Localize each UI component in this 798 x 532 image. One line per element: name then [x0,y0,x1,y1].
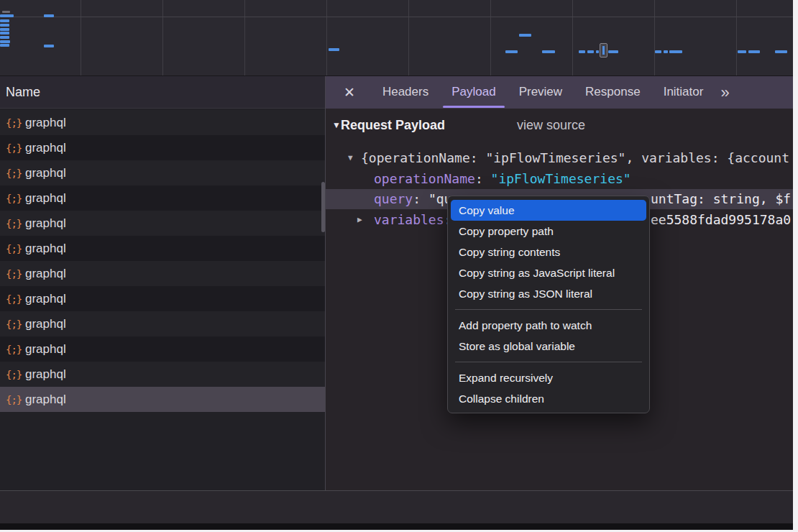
timeline-bar [748,50,760,53]
timeline-bar [0,44,9,47]
network-overview[interactable] [0,0,793,76]
property-key: query [374,191,413,206]
request-name: graphql [25,317,66,331]
menu-item-store-as-global-variable[interactable]: Store as global variable [451,336,646,357]
timeline-bar [579,50,585,53]
table-row[interactable]: {;} graphql [0,311,325,336]
collapse-triangle-icon[interactable]: ▼ [332,120,341,130]
tab-payload[interactable]: Payload [440,76,507,109]
menu-item-copy-string-contents[interactable]: Copy string contents [451,242,646,262]
section-title: Request Payload [341,118,445,132]
close-icon[interactable]: ✕ [344,84,355,101]
table-row[interactable]: {;} graphql [0,286,325,311]
payload-root-preview: {operationName: "ipFlowTimeseries", vari… [361,147,789,168]
selected-request-tick [602,46,605,55]
menu-divider [455,309,642,310]
timeline-bar [0,19,9,22]
timeline-bar [0,28,9,31]
tab-initiator[interactable]: Initiator [652,76,715,109]
request-name: graphql [25,292,66,306]
menu-item-copy-property-path[interactable]: Copy property path [451,221,646,242]
request-name: graphql [25,141,66,155]
key-separator: : [413,191,428,206]
table-row[interactable]: {;} graphql [0,387,325,412]
request-name: graphql [25,393,66,407]
request-list: {;} graphql {;} graphql {;} graphql {;} … [0,109,325,490]
tab-headers[interactable]: Headers [371,76,440,109]
panel-header-row: Name ✕ HeadersPayloadPreviewResponseInit… [0,76,793,109]
table-row[interactable]: {;} graphql [0,211,325,236]
name-column-header[interactable]: Name [0,76,325,109]
overview-gridline [736,0,737,75]
tab-preview[interactable]: Preview [508,76,574,109]
tab-response[interactable]: Response [574,76,652,109]
timeline-bar [329,48,339,51]
property-key: operationName [374,171,475,186]
table-row[interactable]: {;} graphql [0,110,325,135]
request-name: graphql [25,242,66,256]
overview-gridline [326,0,327,75]
timeline-bar [738,50,746,53]
timeline-bar [542,50,555,53]
table-row[interactable]: {;} graphql [0,236,325,261]
request-payload-header: ▼Request Payload view source [332,118,793,137]
overview-gridline [244,0,245,75]
payload-root-row[interactable]: ▼ {operationName: "ipFlowTimeseries", va… [326,147,793,168]
json-braces-icon: {;} [6,193,25,204]
context-menu: Copy valueCopy property pathCopy string … [447,196,650,413]
view-source-link[interactable]: view source [517,118,585,133]
overview-gridline [654,0,655,75]
menu-item-collapse-children[interactable]: Collapse children [451,388,646,409]
timeline-bar [669,50,682,53]
overview-gridline [0,17,793,17]
menu-item-copy-value[interactable]: Copy value [451,200,646,221]
timeline-bar [0,32,9,35]
overview-gridline [572,0,573,75]
timeline-bar [655,50,661,53]
table-row[interactable]: {;} graphql [0,336,325,362]
table-row[interactable]: {;} graphql [0,160,325,185]
json-braces-icon: {;} [6,168,25,179]
overview-gridline [408,0,409,75]
timeline-bar [0,24,9,27]
expander-down-icon[interactable]: ▼ [348,147,353,168]
timeline-bar [505,50,518,53]
timeline-bar [596,50,599,53]
panel-split-divider[interactable] [325,76,326,523]
overview-gridline [162,0,163,75]
window-bottom-edge [0,523,793,530]
timeline-bar [519,34,531,37]
table-row[interactable]: {;} graphql [0,135,325,160]
timeline-bar [608,50,618,53]
menu-item-expand-recursively[interactable]: Expand recursively [451,367,646,388]
menu-item-copy-string-as-json-literal[interactable]: Copy string as JSON literal [451,283,646,304]
request-name: graphql [25,342,66,357]
operation-name-row[interactable]: operationName: "ipFlowTimeseries" [326,168,793,189]
timeline-bar [775,50,787,53]
table-row[interactable]: {;} graphql [0,261,325,286]
key-separator: : [475,171,491,186]
menu-item-copy-string-as-javascript-literal[interactable]: Copy string as JavaScript literal [451,262,646,283]
timeline-bar [587,50,594,53]
timeline-bar [2,11,10,13]
json-braces-icon: {;} [6,369,25,380]
expander-right-icon[interactable]: ▶ [357,209,362,230]
property-value-clipped: untTag: string, $f [651,189,791,209]
json-braces-icon: {;} [6,344,25,355]
menu-divider [455,362,642,362]
timeline-bar [0,36,9,39]
json-braces-icon: {;} [6,293,25,305]
property-value: "ipFlowTimeseries" [491,171,631,186]
json-braces-icon: {;} [6,243,25,254]
more-tabs-icon[interactable]: » [720,77,729,109]
table-row[interactable]: {;} graphql [0,185,325,211]
json-braces-icon: {;} [6,218,25,229]
request-name: graphql [25,216,66,231]
table-row[interactable]: {;} graphql [0,362,325,387]
menu-item-add-property-path-to-watch[interactable]: Add property path to watch [451,315,646,336]
request-name: graphql [25,191,66,206]
timeline-bar [0,14,14,17]
request-name: graphql [25,116,66,130]
request-name: graphql [25,367,66,382]
json-braces-icon: {;} [6,117,25,129]
